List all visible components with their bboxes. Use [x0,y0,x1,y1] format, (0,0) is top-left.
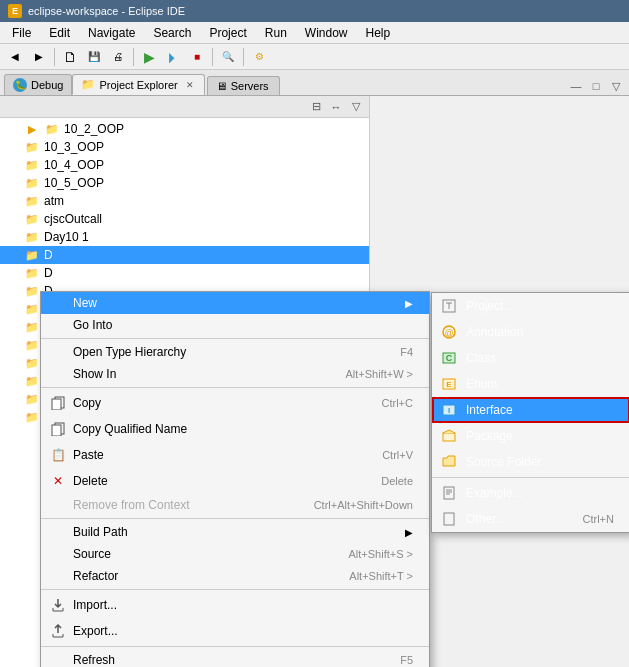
toolbar-print[interactable]: 🖨 [107,46,129,68]
panel-minimize[interactable]: — [567,77,585,95]
collapse-all-btn[interactable]: ⊟ [307,98,325,116]
tab-servers-label: Servers [231,80,269,92]
toolbar-save[interactable]: 💾 [83,46,105,68]
toolbar-search[interactable]: 🔍 [217,46,239,68]
menu-navigate[interactable]: Navigate [80,24,143,42]
ctx-delete[interactable]: ✕ Delete Delete [41,468,429,494]
sub-other-label: Other... [466,512,505,526]
menu-help[interactable]: Help [358,24,399,42]
ctx-build-path-arrow: ▶ [405,527,413,538]
sub-interface[interactable]: I Interface [432,397,629,423]
ctx-build-path[interactable]: Build Path ▶ [41,521,429,543]
tree-item-10_2_OOP[interactable]: ▶ 📁 10_2_OOP [0,120,369,138]
tree-item-10_4_OOP[interactable]: 📁 10_4_OOP [0,156,369,174]
tab-debug[interactable]: 🐛 Debug [4,74,72,95]
sub-package[interactable]: Package [432,423,629,449]
tree-item-10_5_OOP[interactable]: 📁 10_5_OOP [0,174,369,192]
ctx-remove-context-label: Remove from Context [73,498,314,512]
tab-project-explorer[interactable]: 📁 Project Explorer ✕ [72,74,204,95]
ctx-copy-shortcut: Ctrl+C [382,397,413,409]
toolbar-run[interactable]: ▶ [138,46,160,68]
sub-enum-label: Enum [466,377,497,391]
class-icon: C [440,349,458,367]
panel-maximize[interactable]: □ [587,77,605,95]
toolbar-perspective[interactable]: ⚙ [248,46,270,68]
ctx-export[interactable]: Export... [41,618,429,644]
copy-icon [49,394,67,412]
tree-label: 10_4_OOP [44,158,104,172]
toolbar-new[interactable]: 🗋 [59,46,81,68]
main-toolbar: ◀ ▶ 🗋 💾 🖨 ▶ ⏵ ■ 🔍 ⚙ [0,44,629,70]
menu-window[interactable]: Window [297,24,356,42]
panel-toolbar: ⊟ ↔ ▽ [0,96,369,118]
sub-enum[interactable]: E Enum [432,371,629,397]
tree-item-10_3_OOP[interactable]: 📁 10_3_OOP [0,138,369,156]
panel-menu[interactable]: ▽ [607,77,625,95]
sub-annotation[interactable]: @ Annotation [432,319,629,345]
ctx-paste[interactable]: 📋 Paste Ctrl+V [41,442,429,468]
ctx-import-label: Import... [73,598,413,612]
menu-edit[interactable]: Edit [41,24,78,42]
example-icon [440,484,458,502]
debug-icon: 🐛 [13,78,27,92]
menu-run[interactable]: Run [257,24,295,42]
sub-project[interactable]: Project... [432,293,629,319]
ctx-sep-1 [41,338,429,339]
tree-label: D [44,266,53,280]
sub-other[interactable]: Other... Ctrl+N [432,506,629,532]
folder-icon: 📁 [24,319,40,335]
toolbar-forward[interactable]: ▶ [28,46,50,68]
menu-project[interactable]: Project [201,24,254,42]
tab-servers[interactable]: 🖥 Servers [207,76,280,95]
ctx-sep-5 [41,646,429,647]
window-title: eclipse-workspace - Eclipse IDE [28,5,185,17]
ctx-refactor[interactable]: Refactor Alt+Shift+T > [41,565,429,587]
ctx-go-into[interactable]: Go Into [41,314,429,336]
folder-icon: 📁 [24,373,40,389]
toolbar-debug-run[interactable]: ⏵ [162,46,184,68]
ctx-show-in[interactable]: Show In Alt+Shift+W > [41,363,429,385]
ctx-delete-shortcut: Delete [381,475,413,487]
ctx-refresh-label: Refresh [73,653,400,667]
ctx-import[interactable]: Import... [41,592,429,618]
ctx-copy-qualified[interactable]: Copy Qualified Name [41,416,429,442]
servers-icon: 🖥 [216,80,227,92]
tree-item-D1-selected[interactable]: 📁 D [0,246,369,264]
ctx-open-type-hierarchy[interactable]: Open Type Hierarchy F4 [41,341,429,363]
tree-item-Day10_1[interactable]: 📁 Day10 1 [0,228,369,246]
ctx-copy[interactable]: Copy Ctrl+C [41,390,429,416]
folder-icon: 📁 [24,157,40,173]
ctx-remove-context-shortcut: Ctrl+Alt+Shift+Down [314,499,413,511]
project-icon: ▶ [24,121,40,137]
tree-item-D2[interactable]: 📁 D [0,264,369,282]
svg-rect-9 [443,433,455,441]
svg-text:E: E [446,380,452,389]
link-with-editor-btn[interactable]: ↔ [327,98,345,116]
sub-source-folder[interactable]: Source Folder [432,449,629,475]
menu-file[interactable]: File [4,24,39,42]
ctx-show-in-label: Show In [73,367,345,381]
toolbar-stop[interactable]: ■ [186,46,208,68]
ctx-remove-context[interactable]: Remove from Context Ctrl+Alt+Shift+Down [41,494,429,516]
ctx-refresh[interactable]: Refresh F5 [41,649,429,667]
enum-icon: E [440,375,458,393]
sub-interface-label: Interface [466,403,513,417]
sub-example[interactable]: Example... [432,480,629,506]
app-icon: E [8,4,22,18]
folder-icon-selected: 📁 [24,247,40,263]
toolbar-back[interactable]: ◀ [4,46,26,68]
sub-other-shortcut: Ctrl+N [583,513,614,525]
project-explorer-icon: 📁 [81,78,95,91]
ctx-sep-4 [41,589,429,590]
ctx-new[interactable]: New ▶ Project... [41,292,429,314]
tab-close-icon[interactable]: ✕ [186,80,194,90]
sub-class[interactable]: C Class [432,345,629,371]
toolbar-sep-3 [212,48,213,66]
menu-search[interactable]: Search [145,24,199,42]
tree-item-cjscOutcall[interactable]: 📁 cjscOutcall [0,210,369,228]
import-icon [49,596,67,614]
tree-item-atm[interactable]: 📁 atm [0,192,369,210]
panel-menu-btn[interactable]: ▽ [347,98,365,116]
ctx-source[interactable]: Source Alt+Shift+S > [41,543,429,565]
svg-rect-13 [52,399,61,410]
